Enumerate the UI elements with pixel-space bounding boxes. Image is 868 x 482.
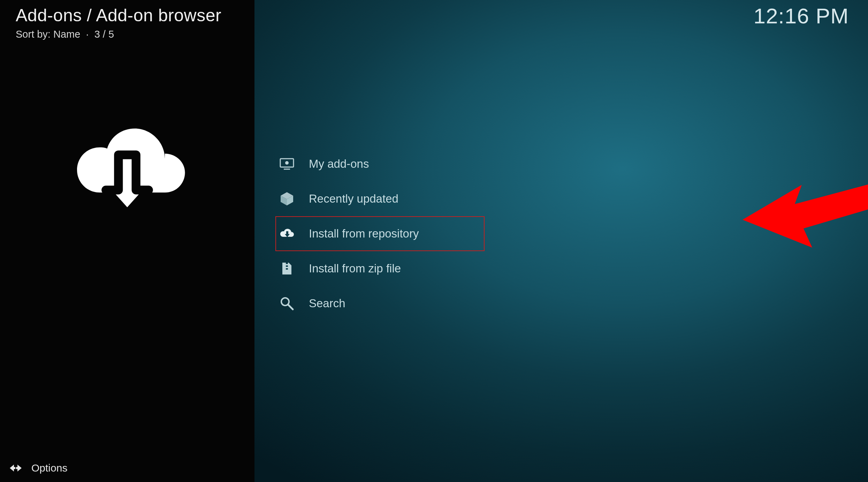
annotation-arrow bbox=[743, 133, 868, 258]
cloud-install-icon bbox=[279, 226, 295, 242]
menu-item-label: Install from repository bbox=[309, 227, 419, 240]
monitor-icon bbox=[279, 156, 295, 172]
open-box-icon bbox=[279, 191, 295, 207]
menu-item-my-addons[interactable]: My add-ons bbox=[275, 146, 485, 181]
menu-item-install-from-zip[interactable]: Install from zip file bbox=[275, 251, 485, 286]
menu-item-label: Search bbox=[309, 297, 345, 310]
cloud-download-icon bbox=[64, 108, 190, 227]
zip-file-icon bbox=[279, 261, 295, 277]
menu-item-label: Install from zip file bbox=[309, 262, 401, 275]
sort-line: Sort by: Name · 3 / 5 bbox=[16, 29, 114, 40]
sort-label: Sort by: Name bbox=[16, 29, 80, 40]
breadcrumb: Add-ons / Add-on browser bbox=[16, 5, 221, 25]
options-arrows-icon bbox=[9, 461, 23, 475]
svg-line-4 bbox=[288, 305, 293, 309]
menu-item-label: My add-ons bbox=[309, 157, 369, 171]
options-button[interactable]: Options bbox=[9, 461, 67, 475]
svg-marker-5 bbox=[743, 133, 868, 248]
sidebar: Add-ons / Add-on browser Sort by: Name ·… bbox=[0, 0, 254, 482]
menu-item-label: Recently updated bbox=[309, 192, 398, 205]
options-label: Options bbox=[31, 462, 67, 474]
main-content: 12:16 PM My add-ons bbox=[254, 0, 868, 482]
menu-item-install-from-repository[interactable]: Install from repository bbox=[275, 216, 485, 251]
clock: 12:16 PM bbox=[754, 3, 849, 28]
addon-menu: My add-ons Recently updated bbox=[275, 146, 485, 321]
menu-item-recently-updated[interactable]: Recently updated bbox=[275, 181, 485, 216]
svg-point-2 bbox=[285, 161, 289, 165]
menu-item-search[interactable]: Search bbox=[275, 286, 485, 321]
search-icon bbox=[279, 295, 295, 311]
list-position: 3 / 5 bbox=[94, 29, 114, 40]
